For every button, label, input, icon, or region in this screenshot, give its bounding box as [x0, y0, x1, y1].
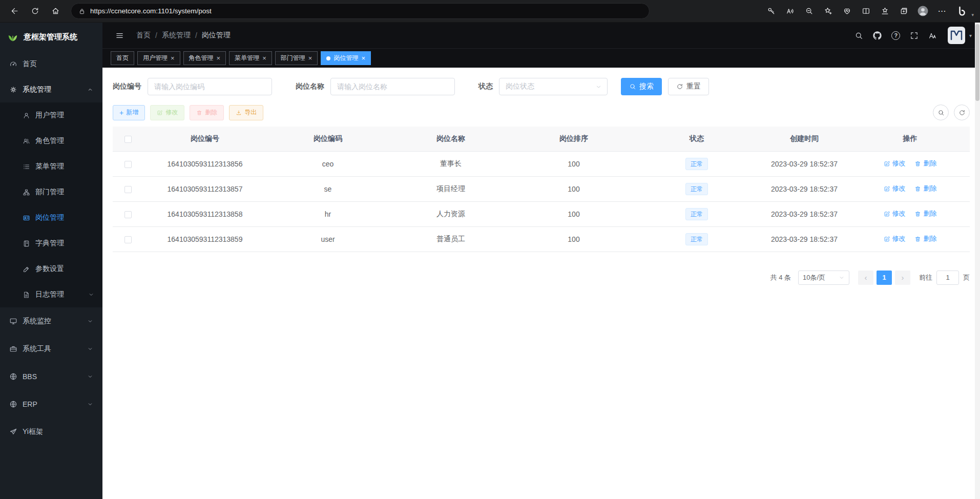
scrollbar-thumb[interactable]	[975, 24, 979, 101]
browser-back-button[interactable]	[4, 2, 25, 20]
post-name-input[interactable]	[330, 78, 455, 95]
tab-home[interactable]: 首页	[111, 51, 134, 65]
sidebar-item-role-mgmt[interactable]: 角色管理	[0, 128, 102, 154]
tab-post-mgmt[interactable]: 岗位管理×	[321, 51, 371, 65]
row-checkbox[interactable]	[124, 211, 132, 218]
tab-menu-mgmt[interactable]: 菜单管理×	[229, 51, 272, 65]
browser-more-button[interactable]: ⋯	[932, 2, 951, 20]
page-size-select[interactable]: 10条/页	[798, 271, 849, 285]
status-badge: 正常	[685, 158, 708, 170]
password-key-button[interactable]	[762, 2, 781, 20]
next-page-button[interactable]: ›	[895, 271, 910, 285]
close-icon[interactable]: ×	[217, 55, 221, 61]
row-delete-link[interactable]: 删除	[914, 209, 936, 218]
table-row: 1641030593112313857 se 项目经理 100 正常 2023-…	[113, 176, 970, 201]
browser-profile-button[interactable]	[913, 2, 932, 20]
sidebar-toggle-button[interactable]	[111, 27, 128, 44]
toolbox-icon	[9, 345, 17, 353]
vertical-scrollbar[interactable]	[975, 23, 980, 499]
cell-created: 2023-03-29 18:52:37	[758, 151, 850, 176]
edit-button[interactable]: 修改	[150, 105, 184, 120]
tab-user-mgmt[interactable]: 用户管理×	[137, 51, 180, 65]
total-count: 共 4 条	[770, 273, 791, 282]
browser-home-button[interactable]	[45, 2, 66, 20]
user-avatar[interactable]	[948, 27, 965, 44]
github-button[interactable]	[869, 27, 886, 44]
browser-refresh-button[interactable]	[25, 2, 45, 20]
sidebar-item-system-monitor[interactable]: 系统监控	[0, 307, 102, 335]
row-edit-link[interactable]: 修改	[884, 159, 906, 168]
browser-chrome: https://ccnetcore.com:1101/system/post ⋯…	[0, 0, 980, 23]
row-delete-link[interactable]: 删除	[914, 234, 936, 243]
close-icon[interactable]: ×	[308, 55, 312, 61]
sidebar-item-menu-mgmt[interactable]: 菜单管理	[0, 154, 102, 179]
row-checkbox[interactable]	[124, 236, 132, 243]
breadcrumb-item-home[interactable]: 首页	[136, 31, 151, 40]
badge-icon	[23, 214, 30, 222]
row-delete-link[interactable]: 删除	[914, 184, 936, 193]
sidebar-caret-icon[interactable]: ▾	[971, 12, 974, 17]
tab-role-mgmt[interactable]: 角色管理×	[183, 51, 226, 65]
docs-button[interactable]: ?	[887, 27, 905, 44]
sidebar-item-dept-mgmt[interactable]: 部门管理	[0, 179, 102, 205]
sidebar-item-home[interactable]: 首页	[0, 51, 102, 77]
favorites-bar-icon	[881, 7, 889, 15]
chevron-down-icon	[839, 275, 845, 281]
goto-label: 前往	[919, 273, 932, 282]
cell-post-id: 1641030593112313856	[143, 151, 266, 176]
favorites-button[interactable]	[875, 2, 894, 20]
address-bar[interactable]: https://ccnetcore.com:1101/system/post	[71, 3, 650, 19]
close-icon[interactable]: ×	[361, 55, 365, 61]
select-all-checkbox[interactable]	[124, 136, 132, 143]
caret-down-icon[interactable]: ▾	[969, 33, 972, 38]
reset-button[interactable]: 重置	[668, 78, 709, 95]
copilot-button[interactable]	[951, 2, 970, 20]
toggle-search-button[interactable]	[933, 105, 949, 120]
github-icon	[873, 31, 882, 40]
header-search-button[interactable]	[850, 27, 868, 44]
collections-button[interactable]	[894, 2, 913, 20]
hamburger-icon	[115, 31, 124, 40]
add-favorite-button[interactable]	[819, 2, 838, 20]
post-code-input[interactable]	[148, 78, 272, 95]
sidebar-item-log-mgmt[interactable]: 日志管理	[0, 282, 102, 307]
sidebar-item-erp[interactable]: ERP	[0, 390, 102, 418]
goto-page-input[interactable]	[936, 271, 959, 285]
zoom-button[interactable]	[800, 2, 819, 20]
export-button[interactable]: 导出	[229, 105, 263, 120]
page-1-button[interactable]: 1	[877, 271, 892, 285]
tab-dept-mgmt[interactable]: 部门管理×	[275, 51, 318, 65]
breadcrumb-item-system[interactable]: 系统管理	[162, 31, 191, 40]
cell-post-sort: 100	[512, 151, 635, 176]
sidebar-item-bbs[interactable]: BBS	[0, 363, 102, 390]
close-icon[interactable]: ×	[171, 55, 175, 61]
delete-button[interactable]: 删除	[190, 105, 224, 120]
sidebar-item-system-mgmt[interactable]: 系统管理	[0, 77, 102, 102]
sidebar-item-user-mgmt[interactable]: 用户管理	[0, 102, 102, 128]
refresh-table-button[interactable]	[954, 105, 970, 120]
sidebar-item-dict-mgmt[interactable]: 字典管理	[0, 231, 102, 256]
browser-essentials-button[interactable]	[838, 2, 857, 20]
row-delete-link[interactable]: 删除	[914, 159, 936, 168]
status-select[interactable]: 岗位状态	[499, 78, 608, 95]
font-size-button[interactable]	[924, 27, 942, 44]
close-icon[interactable]: ×	[262, 55, 266, 61]
sidebar-item-yi-framework[interactable]: Yi框架	[0, 418, 102, 446]
row-edit-link[interactable]: 修改	[884, 234, 906, 243]
row-edit-link[interactable]: 修改	[884, 184, 906, 193]
row-checkbox[interactable]	[124, 161, 132, 168]
profile-avatar-icon	[916, 5, 929, 17]
sidebar-item-system-tools[interactable]: 系统工具	[0, 335, 102, 363]
prev-page-button[interactable]: ‹	[858, 271, 873, 285]
sidebar-item-post-mgmt[interactable]: 岗位管理	[0, 205, 102, 231]
add-button[interactable]: +新增	[113, 105, 145, 120]
split-screen-button[interactable]	[857, 2, 875, 20]
read-aloud-button[interactable]	[781, 2, 800, 20]
dashboard-icon	[9, 60, 17, 68]
search-button[interactable]: 搜索	[621, 78, 662, 95]
sidebar-item-param-settings[interactable]: 参数设置	[0, 256, 102, 282]
row-edit-link[interactable]: 修改	[884, 209, 906, 218]
back-icon	[10, 7, 19, 15]
row-checkbox[interactable]	[124, 186, 132, 193]
fullscreen-button[interactable]	[906, 27, 923, 44]
